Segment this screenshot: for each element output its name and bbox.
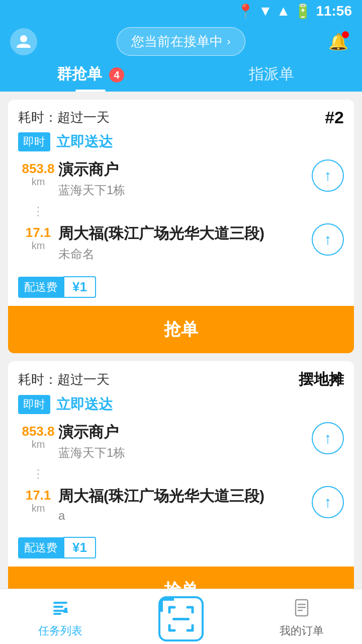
nav-task-list[interactable]: 任务列表 bbox=[0, 595, 121, 638]
card-2-from-info: 演示商户 蓝海天下1栋 bbox=[58, 422, 306, 461]
card-2-from-nav-btn[interactable]: ↑ bbox=[312, 422, 344, 454]
card-1-from-dist: 853.8 km bbox=[18, 159, 58, 188]
card-2-header: 耗时：超过一天 摆地摊 bbox=[8, 361, 354, 395]
card-1-to-dist: 17.1 km bbox=[18, 223, 58, 252]
bottom-navigation: 任务列表 我的订 bbox=[0, 589, 362, 644]
card-1-from-info: 演示商户 蓝海天下1栋 bbox=[58, 159, 306, 198]
card-1-to-addr: 未命名 bbox=[58, 246, 306, 262]
card-1-to-name: 周大福(珠江广场光华大道三段) bbox=[58, 223, 306, 244]
card-1-fee-row: 配送费 ¥1 bbox=[8, 268, 354, 306]
card-1-fee-amount: ¥1 bbox=[63, 276, 96, 298]
card-1-instant-row: 即时 立即送达 bbox=[8, 132, 354, 159]
card-2-to-dist-unit: km bbox=[32, 503, 45, 514]
my-orders-label: 我的订单 bbox=[280, 623, 324, 638]
card-2-instant-label: 立即送达 bbox=[56, 395, 113, 414]
svg-rect-9 bbox=[298, 607, 306, 608]
nav-scan[interactable] bbox=[121, 592, 241, 641]
card-1-instant-tag: 即时 bbox=[18, 132, 50, 151]
order-card-2: 耗时：超过一天 摆地摊 即时 立即送达 853.8 km 演示商户 蓝海天下1栋… bbox=[8, 361, 354, 614]
wifi-icon: ▼ bbox=[258, 3, 273, 19]
card-2-order-type: 摆地摊 bbox=[299, 369, 344, 390]
card-2-to-row: 17.1 km 周大福(珠江广场光华大道三段) a ↑ bbox=[18, 486, 344, 523]
nav-my-orders[interactable]: 我的订单 bbox=[241, 595, 362, 638]
card-1-from-name: 演示商户 bbox=[58, 159, 306, 180]
svg-rect-1 bbox=[53, 602, 67, 604]
card-1-dots-row: ⋮ bbox=[18, 204, 344, 217]
card-1-to-nav-btn[interactable]: ↑ bbox=[312, 223, 344, 256]
header: 您当前在接单中 › 🔔 bbox=[0, 22, 362, 56]
svg-rect-4 bbox=[53, 613, 61, 615]
card-2-to-dist: 17.1 km bbox=[18, 486, 58, 514]
dots-icon: ⋮ bbox=[32, 205, 44, 217]
card-1-grab-button[interactable]: 抢单 bbox=[8, 306, 354, 353]
card-2-locations: 853.8 km 演示商户 蓝海天下1栋 ↑ ⋮ 17.1 bbox=[8, 422, 354, 523]
card-2-from-name: 演示商户 bbox=[58, 422, 306, 443]
dots-icon-2: ⋮ bbox=[32, 468, 44, 480]
status-time: 11:56 bbox=[316, 3, 352, 19]
card-2-from-addr: 蓝海天下1栋 bbox=[58, 445, 306, 461]
card-1-from-dist-num: 853.8 bbox=[22, 162, 54, 176]
card-2-from-row: 853.8 km 演示商户 蓝海天下1栋 ↑ bbox=[18, 422, 344, 461]
badge-arrow-icon: › bbox=[227, 35, 230, 48]
card-2-fee-amount: ¥1 bbox=[63, 537, 96, 558]
card-2-from-dist-unit: km bbox=[32, 439, 45, 450]
card-1-from-nav-btn[interactable]: ↑ bbox=[312, 159, 344, 192]
accepting-text: 您当前在接单中 bbox=[131, 33, 223, 50]
signal-icon: ▲ bbox=[277, 3, 291, 19]
tab-group-grab-label: 群抢单 bbox=[57, 65, 102, 82]
task-list-icon bbox=[51, 599, 69, 621]
svg-rect-2 bbox=[53, 606, 63, 608]
nav-up-arrow-icon: ↑ bbox=[324, 167, 332, 184]
tab-group-grab-badge: 4 bbox=[109, 67, 124, 83]
card-1-instant-label: 立即送达 bbox=[56, 132, 113, 151]
task-list-label: 任务列表 bbox=[38, 623, 82, 638]
card-1-from-row: 853.8 km 演示商户 蓝海天下1栋 ↑ bbox=[18, 159, 344, 198]
order-list: 耗时：超过一天 #2 即时 立即送达 853.8 km 演示商户 蓝海天下1栋 … bbox=[0, 92, 362, 644]
svg-rect-10 bbox=[298, 610, 303, 611]
battery-icon: 🔋 bbox=[294, 3, 312, 20]
tabs-bar: 群抢单 4 指派单 bbox=[0, 56, 362, 92]
card-2-fee-label: 配送费 bbox=[18, 537, 63, 558]
location-icon: 📍 bbox=[237, 3, 254, 20]
card-2-from-dist-num: 853.8 bbox=[22, 424, 54, 439]
nav-up-arrow-icon-3: ↑ bbox=[324, 430, 332, 447]
bell-notification-dot bbox=[342, 31, 349, 38]
card-1-dots: ⋮ bbox=[18, 204, 58, 217]
card-2-from-dist: 853.8 km bbox=[18, 422, 58, 450]
accepting-badge[interactable]: 您当前在接单中 › bbox=[117, 27, 245, 56]
tab-group-grab[interactable]: 群抢单 4 bbox=[0, 64, 181, 92]
tab-assigned-label: 指派单 bbox=[249, 65, 294, 82]
svg-point-0 bbox=[20, 35, 27, 42]
card-1-order-num: #2 bbox=[325, 108, 344, 127]
svg-rect-8 bbox=[298, 604, 306, 605]
card-2-instant-row: 即时 立即送达 bbox=[8, 395, 354, 422]
bell-button[interactable]: 🔔 bbox=[325, 28, 352, 55]
card-1-to-row: 17.1 km 周大福(珠江广场光华大道三段) 未命名 ↑ bbox=[18, 223, 344, 262]
tab-assigned[interactable]: 指派单 bbox=[181, 64, 362, 92]
card-1-to-dist-unit: km bbox=[32, 240, 45, 252]
card-2-instant-tag: 即时 bbox=[18, 395, 50, 414]
nav-up-arrow-icon-2: ↑ bbox=[324, 231, 332, 248]
card-2-to-info: 周大福(珠江广场光华大道三段) a bbox=[58, 486, 306, 523]
order-card-1: 耗时：超过一天 #2 即时 立即送达 853.8 km 演示商户 蓝海天下1栋 … bbox=[8, 100, 354, 353]
card-2-dots: ⋮ bbox=[18, 467, 58, 480]
status-bar: 📍 ▼ ▲ 🔋 11:56 bbox=[0, 0, 362, 22]
my-orders-icon bbox=[293, 599, 311, 621]
card-1-from-dist-unit: km bbox=[32, 176, 45, 188]
status-icons: 📍 ▼ ▲ 🔋 11:56 bbox=[237, 3, 352, 20]
card-1-fee-label: 配送费 bbox=[18, 277, 63, 298]
card-2-time-label: 耗时：超过一天 bbox=[18, 371, 110, 388]
card-2-to-dist-num: 17.1 bbox=[26, 488, 51, 503]
avatar-icon[interactable] bbox=[10, 28, 37, 55]
card-1-to-dist-num: 17.1 bbox=[26, 225, 51, 240]
card-2-dots-row: ⋮ bbox=[18, 467, 344, 480]
card-1-locations: 853.8 km 演示商户 蓝海天下1栋 ↑ ⋮ 1 bbox=[8, 159, 354, 262]
card-1-time-label: 耗时：超过一天 bbox=[18, 109, 110, 126]
card-2-to-name: 周大福(珠江广场光华大道三段) bbox=[58, 486, 306, 507]
card-2-to-addr: a bbox=[58, 509, 306, 523]
scan-button[interactable] bbox=[158, 596, 204, 641]
card-1-header: 耗时：超过一天 #2 bbox=[8, 100, 354, 132]
card-2-to-nav-btn[interactable]: ↑ bbox=[312, 486, 344, 518]
nav-up-arrow-icon-4: ↑ bbox=[324, 494, 332, 511]
card-2-fee-row: 配送费 ¥1 bbox=[8, 529, 354, 567]
